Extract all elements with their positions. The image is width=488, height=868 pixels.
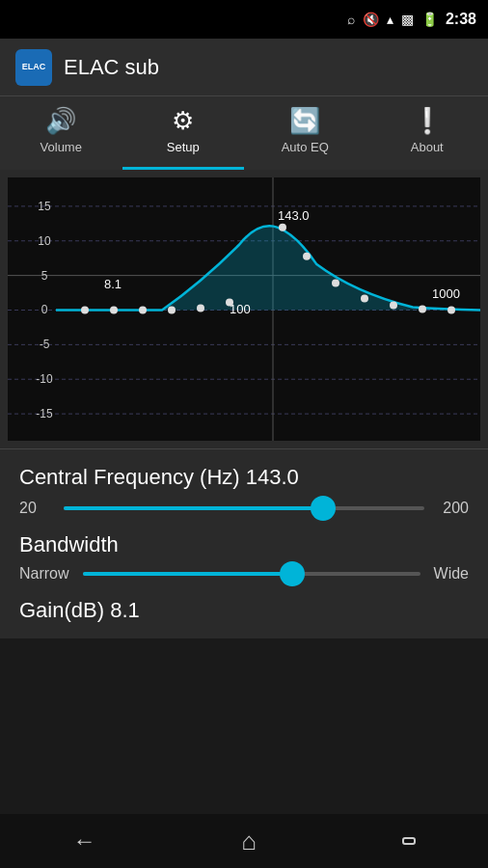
setup-icon: ⚙ (172, 106, 194, 136)
freq-min-label: 20 (19, 500, 54, 517)
wifi-icon: ▴ (387, 12, 393, 27)
bluetooth-icon: ⌕ (347, 12, 355, 27)
tab-setup-label: Setup (167, 140, 200, 154)
freq-max-label: 200 (434, 500, 469, 517)
svg-point-17 (110, 307, 118, 314)
title-bar: ELAC ELAC sub (0, 39, 488, 96)
svg-point-28 (447, 307, 455, 314)
svg-point-22 (279, 224, 286, 231)
svg-text:0: 0 (41, 304, 48, 317)
bandwidth-slider-fill (83, 572, 292, 576)
freq-slider-fill (64, 506, 323, 510)
freq-slider-thumb[interactable] (311, 496, 336, 521)
volume-icon: 🔊 (45, 106, 76, 136)
svg-text:-5: -5 (40, 338, 50, 351)
svg-text:1000: 1000 (432, 286, 460, 301)
tab-about[interactable]: ❕ About (366, 96, 489, 170)
back-button[interactable]: ← (72, 827, 95, 854)
battery-icon: 🔋 (421, 12, 438, 27)
signal-icon: ▩ (401, 12, 414, 27)
tab-bar: 🔊 Volume ⚙ Setup 🔄 Auto EQ ❕ About (0, 96, 488, 170)
autoeq-icon: 🔄 (289, 106, 320, 136)
svg-point-26 (390, 302, 397, 310)
app-logo: ELAC (15, 49, 52, 86)
tab-autoeq[interactable]: 🔄 Auto EQ (244, 96, 366, 170)
svg-point-24 (332, 280, 339, 287)
tab-setup[interactable]: ⚙ Setup (122, 96, 245, 170)
bandwidth-title: Bandwidth (19, 532, 469, 557)
svg-text:100: 100 (230, 303, 251, 317)
wide-label: Wide (430, 565, 469, 583)
central-freq-label: Central Frequency (Hz) 143.0 (19, 465, 469, 490)
svg-point-23 (303, 253, 311, 260)
svg-text:5: 5 (41, 269, 48, 283)
svg-point-27 (419, 306, 426, 313)
bandwidth-slider[interactable] (83, 572, 420, 576)
tab-autoeq-label: Auto EQ (282, 140, 329, 154)
eq-chart[interactable]: 15 10 5 0 -5 -10 -15 (8, 177, 480, 441)
svg-text:-15: -15 (36, 407, 53, 420)
eq-chart-container: 15 10 5 0 -5 -10 -15 (0, 170, 488, 449)
svg-text:143.0: 143.0 (278, 208, 310, 223)
app-title: ELAC sub (64, 55, 159, 80)
home-button[interactable]: ⌂ (241, 827, 257, 856)
svg-point-18 (139, 307, 147, 314)
status-time: 2:38 (446, 11, 476, 28)
svg-point-19 (168, 307, 176, 314)
bottom-nav: ← ⌂ (0, 814, 488, 868)
status-bar: ⌕ 🔇 ▴ ▩ 🔋 2:38 (0, 0, 488, 39)
mute-icon: 🔇 (363, 12, 379, 27)
about-icon: ❕ (412, 106, 443, 136)
tab-volume[interactable]: 🔊 Volume (0, 96, 122, 170)
svg-text:15: 15 (38, 200, 51, 213)
narrow-label: Narrow (19, 565, 73, 583)
controls-section: Central Frequency (Hz) 143.0 20 200 Band… (0, 449, 488, 638)
logo-text: ELAC (22, 63, 46, 72)
bandwidth-slider-row: Narrow Wide (19, 565, 469, 583)
svg-point-20 (197, 305, 204, 312)
gain-label: Gain(dB) 8.1 (19, 598, 469, 623)
svg-text:-10: -10 (36, 372, 53, 386)
svg-point-16 (81, 307, 89, 314)
svg-text:10: 10 (38, 234, 51, 248)
central-freq-slider-row: 20 200 (19, 500, 469, 517)
tab-about-label: About (411, 140, 444, 154)
bandwidth-slider-thumb[interactable] (280, 561, 305, 586)
tab-volume-label: Volume (41, 140, 82, 154)
svg-text:8.1: 8.1 (104, 277, 122, 291)
recent-button[interactable] (402, 837, 416, 845)
svg-point-25 (361, 295, 368, 303)
central-freq-slider[interactable] (64, 506, 424, 510)
